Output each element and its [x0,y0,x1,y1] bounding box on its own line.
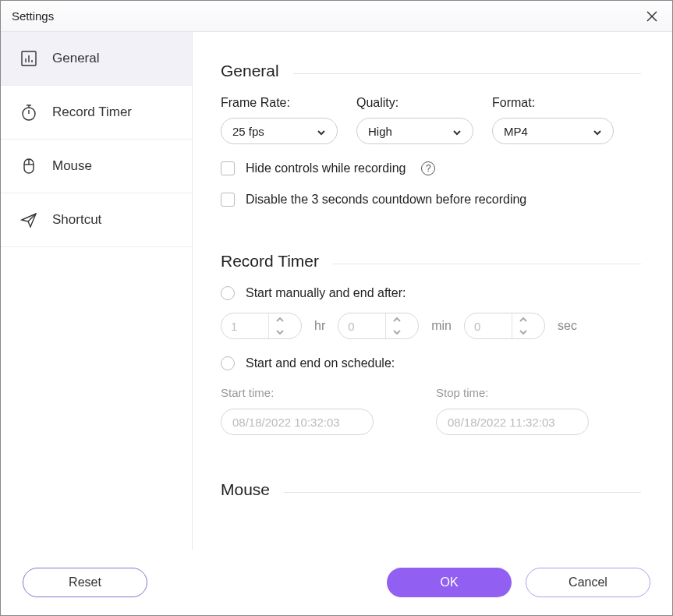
quality-value: High [368,125,392,138]
stopwatch-icon [19,103,38,122]
help-icon[interactable]: ? [421,161,435,175]
min-spinner[interactable] [338,313,419,339]
section-title: General [221,62,279,80]
frame-rate-select[interactable]: 25 fps [221,118,338,144]
start-time-label: Start time: [221,386,374,399]
content: General Frame Rate: 25 fps Quality: High [193,32,672,550]
section-heading-general: General [221,62,641,80]
stop-time-value: 08/18/2022 11:32:03 [448,416,555,429]
divider [284,492,641,493]
hr-input[interactable] [221,313,268,338]
sidebar-item-mouse[interactable]: Mouse [1,140,192,193]
sec-step-up[interactable] [512,313,533,326]
sidebar: General Record Timer Mouse Shortcut [1,32,193,550]
sidebar-item-label: Shortcut [52,212,101,228]
min-spin-buttons [385,313,407,338]
close-button[interactable] [643,7,661,26]
hr-spin-buttons [268,313,290,338]
bar-chart-icon [19,49,38,68]
body: General Record Timer Mouse Shortcut [1,32,672,550]
window-title: Settings [12,9,54,23]
disable-countdown-label: Disable the 3 seconds countdown before r… [246,193,526,207]
sidebar-item-general[interactable]: General [1,32,192,86]
general-dropdown-row: Frame Rate: 25 fps Quality: High Format: [221,96,641,144]
cancel-button[interactable]: Cancel [526,568,650,597]
footer: Reset OK Cancel [1,550,672,615]
hide-controls-checkbox[interactable] [221,161,235,175]
paper-plane-icon [19,211,38,229]
start-manual-row: Start manually and end after: [221,286,641,300]
sidebar-item-shortcut[interactable]: Shortcut [1,193,192,247]
settings-window: Settings General Record Timer [0,0,673,616]
duration-row: hr min sec [221,313,641,339]
titlebar: Settings [1,1,672,32]
min-step-down[interactable] [386,326,407,338]
section-title: Mouse [221,480,270,499]
hr-spinner[interactable] [221,313,302,339]
disable-countdown-checkbox[interactable] [221,193,235,207]
hr-unit: hr [314,319,325,333]
quality-select[interactable]: High [356,118,473,144]
chevron-down-icon [317,126,326,136]
frame-rate-value: 25 fps [232,125,264,138]
sidebar-item-record-timer[interactable]: Record Timer [1,86,192,140]
format-label: Format: [492,96,614,110]
hide-controls-row: Hide controls while recording ? [221,161,641,175]
stop-time-label: Stop time: [436,386,589,399]
section-heading-mouse: Mouse [221,480,641,499]
start-time-col: Start time: 08/18/2022 10:32:03 [221,386,374,435]
start-time-value: 08/18/2022 10:32:03 [232,416,340,429]
sec-spin-buttons [512,313,533,338]
schedule-times-row: Start time: 08/18/2022 10:32:03 Stop tim… [221,386,641,435]
sec-step-down[interactable] [512,326,533,338]
stop-time-input[interactable]: 08/18/2022 11:32:03 [436,409,589,435]
sec-spinner[interactable] [464,313,545,339]
frame-rate-label: Frame Rate: [221,96,338,110]
section-title: Record Timer [221,252,319,271]
sec-unit: sec [558,319,577,333]
close-icon [646,10,658,23]
divider [333,264,641,264]
sidebar-item-label: General [52,51,99,66]
ok-button[interactable]: OK [387,568,512,597]
min-unit: min [431,319,452,333]
start-time-input[interactable]: 08/18/2022 10:32:03 [221,409,374,435]
schedule-radio[interactable] [221,356,235,370]
format-select[interactable]: MP4 [492,118,614,144]
quality-label: Quality: [356,96,473,110]
start-manual-radio[interactable] [221,286,235,300]
disable-countdown-row: Disable the 3 seconds countdown before r… [221,193,641,207]
min-input[interactable] [338,313,385,338]
chevron-down-icon [593,126,602,136]
chevron-down-icon [452,126,462,136]
hr-step-up[interactable] [269,313,290,326]
hr-step-down[interactable] [269,326,290,338]
divider [293,73,641,74]
mouse-icon [19,157,38,175]
schedule-row: Start and end on schedule: [221,356,641,370]
quality-field: Quality: High [356,96,473,144]
stop-time-col: Stop time: 08/18/2022 11:32:03 [436,386,589,435]
hide-controls-label: Hide controls while recording [246,161,406,175]
format-value: MP4 [504,125,528,138]
section-heading-timer: Record Timer [221,252,641,271]
schedule-label: Start and end on schedule: [246,356,395,370]
frame-rate-field: Frame Rate: 25 fps [221,96,338,144]
reset-button[interactable]: Reset [23,568,147,597]
format-field: Format: MP4 [492,96,614,144]
start-manual-label: Start manually and end after: [246,286,406,300]
min-step-up[interactable] [386,313,407,326]
sidebar-item-label: Record Timer [52,104,132,120]
sidebar-item-label: Mouse [52,158,92,174]
sec-input[interactable] [465,313,512,338]
